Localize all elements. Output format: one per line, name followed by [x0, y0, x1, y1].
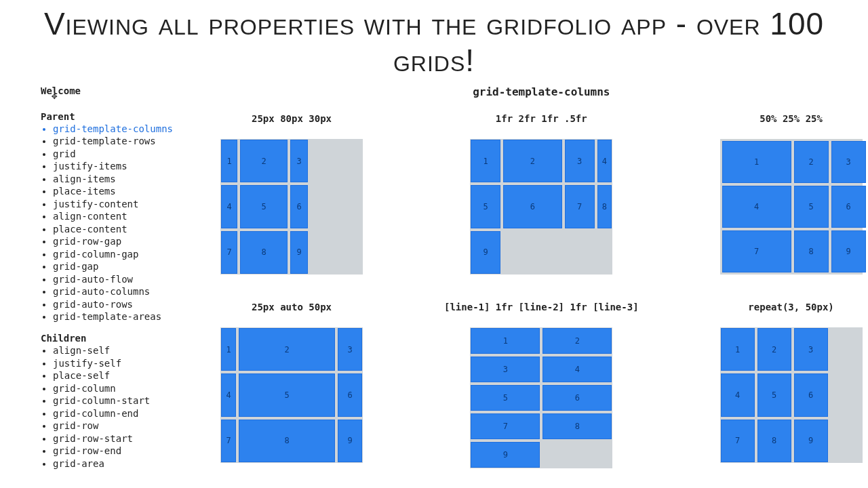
grid-cell: 7 — [221, 420, 236, 462]
example-5: repeat(3, 50px)123456789 — [720, 302, 863, 468]
grid-cell: 7 — [221, 231, 237, 274]
section-title: grid-template-columns — [220, 85, 863, 98]
sidebar-item-grid-row-gap[interactable]: grid-row-gap — [53, 236, 200, 249]
sidebar-item-grid-column-gap[interactable]: grid-column-gap — [53, 248, 200, 261]
example-label: 25px 80px 30px — [252, 113, 332, 124]
grid-cell: 9 — [290, 231, 308, 274]
sidebar-item-grid-template-rows[interactable]: grid-template-rows — [53, 136, 200, 148]
sidebar-item-align-self[interactable]: align-self — [53, 345, 200, 358]
grid-cell: 8 — [794, 230, 829, 272]
grid-cell: 6 — [831, 186, 866, 228]
sidebar-parent-list: grid-template-columnsgrid-template-rowsg… — [41, 123, 200, 323]
sidebar-item-align-items[interactable]: align-items — [53, 173, 200, 186]
sidebar-item-grid-gap[interactable]: grid-gap — [53, 261, 200, 274]
example-label: 25px auto 50px — [252, 302, 332, 312]
sidebar-item-grid-template-columns[interactable]: grid-template-columns — [53, 123, 200, 136]
grid-cell: 7 — [722, 230, 791, 272]
grid-cell: 8 — [597, 185, 612, 228]
grid-cell: 3 — [338, 328, 362, 371]
sidebar-item-justify-items[interactable]: justify-items — [53, 161, 200, 174]
grid-cell: 5 — [471, 385, 540, 411]
examples-grid: 25px 80px 30px1234567891fr 2fr 1fr .5fr1… — [220, 113, 863, 468]
main-content: grid-template-columns 25px 80px 30px1234… — [200, 85, 863, 480]
grid-cell: 8 — [542, 413, 612, 439]
grid-cell: 2 — [240, 140, 288, 182]
sidebar-children-list: align-selfjustify-selfplace-selfgrid-col… — [41, 345, 200, 470]
grid-cell: 8 — [757, 420, 791, 462]
sidebar-item-grid-row-end[interactable]: grid-row-end — [53, 445, 200, 458]
sidebar-item-grid-area[interactable]: grid-area — [53, 458, 200, 470]
sidebar-item-grid-auto-rows[interactable]: grid-auto-rows — [53, 298, 200, 311]
example-1: 1fr 2fr 1fr .5fr123456789 — [444, 113, 639, 274]
sidebar-item-grid-column-start[interactable]: grid-column-start — [53, 395, 200, 408]
grid-cell: 1 — [471, 140, 500, 182]
grid-cell: 6 — [290, 185, 308, 228]
sidebar-item-grid-auto-flow[interactable]: grid-auto-flow — [53, 273, 200, 286]
page-title: Viewing all properties with the gridfoli… — [0, 0, 868, 85]
grid-demo: 123456789 — [720, 327, 863, 463]
sidebar-item-justify-self[interactable]: justify-self — [53, 357, 200, 370]
sidebar: Welcome Parent grid-template-columnsgrid… — [41, 85, 200, 480]
sidebar-item-grid-column[interactable]: grid-column — [53, 382, 200, 395]
grid-cell: 5 — [757, 373, 791, 416]
grid-cell: 3 — [471, 357, 540, 382]
sidebar-item-grid-column-end[interactable]: grid-column-end — [53, 407, 200, 420]
grid-cell: 6 — [338, 373, 362, 416]
grid-cell: 1 — [221, 140, 237, 182]
sidebar-item-grid-row-start[interactable]: grid-row-start — [53, 432, 200, 445]
sidebar-item-justify-content[interactable]: justify-content — [53, 198, 200, 211]
grid-cell: 4 — [221, 185, 237, 228]
grid-cell: 3 — [794, 328, 828, 371]
grid-demo: 123456789 — [470, 139, 612, 274]
grid-demo: 123456789 — [220, 139, 363, 274]
sidebar-item-grid-row[interactable]: grid-row — [53, 420, 200, 433]
grid-cell: 8 — [239, 420, 335, 462]
grid-cell: 3 — [831, 141, 866, 183]
grid-cell: 4 — [542, 357, 612, 382]
grid-cell: 5 — [239, 373, 335, 416]
grid-cell: 6 — [542, 385, 612, 411]
sidebar-item-align-content[interactable]: align-content — [53, 211, 200, 224]
grid-demo: 123456789 — [220, 327, 363, 463]
grid-cell: 5 — [794, 186, 829, 228]
example-label: [line-1] 1fr [line-2] 1fr [line-3] — [444, 302, 639, 312]
grid-demo: 123456789 — [720, 139, 863, 274]
example-0: 25px 80px 30px123456789 — [220, 113, 363, 274]
grid-cell: 9 — [471, 442, 540, 468]
grid-cell: 7 — [471, 413, 540, 439]
sidebar-item-grid[interactable]: grid — [53, 148, 200, 161]
example-2: 50% 25% 25%123456789 — [720, 113, 863, 274]
sidebar-item-grid-template-areas[interactable]: grid-template-areas — [53, 311, 200, 324]
grid-cell: 2 — [757, 328, 791, 371]
grid-cell: 4 — [597, 140, 612, 182]
grid-cell: 4 — [722, 186, 791, 228]
grid-cell: 5 — [471, 185, 500, 228]
grid-cell: 3 — [565, 140, 595, 182]
example-4: [line-1] 1fr [line-2] 1fr [line-3]123456… — [444, 302, 639, 468]
sidebar-group-parent: Parent — [41, 111, 200, 123]
grid-cell: 2 — [542, 328, 612, 354]
grid-cell: 8 — [240, 231, 288, 274]
sidebar-item-place-self[interactable]: place-self — [53, 370, 200, 383]
example-label: 1fr 2fr 1fr .5fr — [496, 113, 587, 124]
sidebar-group-children: Children — [41, 333, 200, 345]
grid-cell: 1 — [721, 328, 755, 371]
sidebar-welcome[interactable]: Welcome — [41, 85, 200, 98]
grid-cell: 2 — [503, 140, 562, 182]
grid-cell: 4 — [721, 373, 755, 416]
grid-cell: 1 — [471, 328, 540, 354]
sidebar-item-place-items[interactable]: place-items — [53, 186, 200, 199]
example-label: 50% 25% 25% — [760, 113, 823, 124]
grid-cell: 9 — [471, 231, 500, 274]
grid-cell: 4 — [221, 373, 236, 416]
grid-cell: 7 — [565, 185, 595, 228]
grid-cell: 7 — [721, 420, 755, 462]
grid-cell: 1 — [722, 141, 791, 183]
sidebar-item-place-content[interactable]: place-content — [53, 223, 200, 236]
sidebar-item-grid-auto-columns[interactable]: grid-auto-columns — [53, 286, 200, 299]
grid-cell: 3 — [290, 140, 308, 182]
grid-demo: 123456789 — [470, 327, 612, 468]
grid-cell: 9 — [794, 420, 828, 462]
grid-cell: 9 — [338, 420, 362, 462]
grid-cell: 2 — [794, 141, 829, 183]
